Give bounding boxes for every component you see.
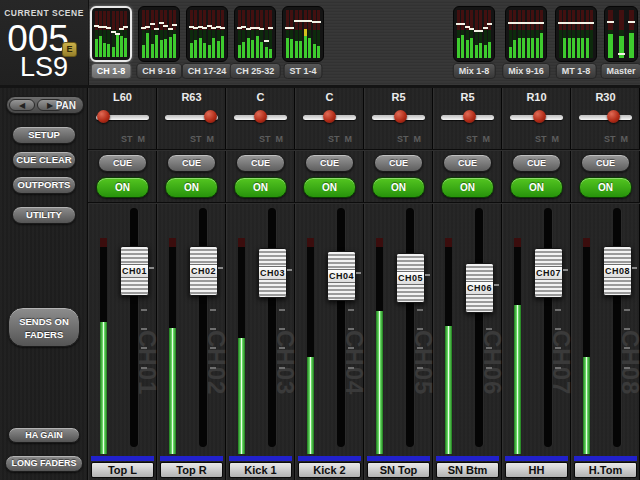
meter-block-label[interactable]: Mix 1-8 <box>453 63 496 79</box>
pan-knob[interactable] <box>254 110 267 123</box>
long-faders-button[interactable]: LONG FADERS <box>5 455 83 472</box>
fader-track[interactable] <box>337 208 345 447</box>
meter-block-ch-9-16[interactable] <box>138 6 180 62</box>
st-assign-label: ST <box>190 134 202 144</box>
fader-track[interactable] <box>199 208 207 447</box>
channel-id-watermark: CH03 <box>275 330 295 450</box>
channel-name[interactable]: Top L <box>91 462 154 478</box>
pan-slider[interactable] <box>234 115 287 120</box>
fader-track[interactable] <box>613 208 621 447</box>
channel-name[interactable]: Top R <box>160 462 223 478</box>
mono-assign-label: M <box>207 134 215 144</box>
meter-block-label[interactable]: CH 9-16 <box>136 63 182 79</box>
pan-knob[interactable] <box>607 110 620 123</box>
meter-block-st-1-4[interactable] <box>282 6 324 62</box>
meter-block-ch-25-32[interactable] <box>234 6 276 62</box>
channel-strip-ch05: R5 STM CUE ON CH05 CH05 SN Top <box>364 88 433 480</box>
meter-block-mix-1-8[interactable] <box>453 6 495 62</box>
pan-slider[interactable] <box>510 115 563 120</box>
mini-meter-bar <box>608 10 613 58</box>
on-button[interactable]: ON <box>510 177 563 198</box>
cue-button[interactable]: CUE <box>581 154 630 172</box>
channel-color-bar <box>436 456 499 461</box>
ha-gain-button[interactable]: HA GAIN <box>8 427 80 443</box>
pan-knob[interactable] <box>394 110 407 123</box>
meter-block-label[interactable]: Master <box>600 63 640 79</box>
fader-track[interactable] <box>406 208 414 447</box>
channel-name[interactable]: Kick 2 <box>298 462 361 478</box>
fader-cap[interactable]: CH02 <box>189 246 218 296</box>
nav-left-arrow-icon[interactable]: ◀ <box>9 99 35 111</box>
cue-button[interactable]: CUE <box>512 154 561 172</box>
pan-knob[interactable] <box>463 110 476 123</box>
setup-button[interactable]: SETUP <box>12 126 76 144</box>
scene-panel[interactable]: CURRENT SCENE 005 E LS9 <box>0 0 89 85</box>
on-button[interactable]: ON <box>96 177 149 198</box>
meter-block-label[interactable]: CH 25-32 <box>230 63 281 79</box>
fader-cap[interactable]: CH03 <box>258 248 287 298</box>
on-button[interactable]: ON <box>303 177 356 198</box>
channel-name[interactable]: SN Top <box>367 462 430 478</box>
outports-button[interactable]: OUTPORTS <box>12 176 76 194</box>
pan-slider[interactable] <box>579 115 632 120</box>
fader-track[interactable] <box>475 208 483 447</box>
pan-knob[interactable] <box>97 110 110 123</box>
channel-name[interactable]: H.Tom <box>574 462 637 478</box>
meter-block-mix-9-16[interactable] <box>505 6 547 62</box>
pan-slider[interactable] <box>165 115 218 120</box>
st-assign-label: ST <box>397 134 409 144</box>
fader-cap[interactable]: CH08 <box>603 246 632 296</box>
mini-meter-bar <box>238 10 241 58</box>
on-button[interactable]: ON <box>165 177 218 198</box>
mono-assign-label: M <box>414 134 422 144</box>
cue-button[interactable]: CUE <box>236 154 285 172</box>
fader-track[interactable] <box>268 208 276 447</box>
mono-assign-label: M <box>483 134 491 144</box>
meter-block-label[interactable]: CH 1-8 <box>91 63 132 79</box>
meter-block-ch-1-8[interactable] <box>90 6 132 62</box>
fader-track[interactable] <box>130 208 138 447</box>
meter-block-label[interactable]: ST 1-4 <box>283 63 322 79</box>
fader-cap[interactable]: CH04 <box>327 251 356 301</box>
fader-scale-tick <box>348 367 354 369</box>
cue-button[interactable]: CUE <box>98 154 147 172</box>
cue-button[interactable]: CUE <box>167 154 216 172</box>
on-button[interactable]: ON <box>441 177 494 198</box>
cue-button[interactable]: CUE <box>443 154 492 172</box>
mini-meter-bar <box>173 10 176 58</box>
pan-slider[interactable] <box>441 115 494 120</box>
fader-cap[interactable]: CH07 <box>534 248 563 298</box>
on-button[interactable]: ON <box>579 177 632 198</box>
fader-cap[interactable]: CH06 <box>465 263 494 313</box>
channel-name[interactable]: Kick 1 <box>229 462 292 478</box>
utility-button[interactable]: UTILITY <box>12 206 76 224</box>
fader-cap[interactable]: CH01 <box>120 246 149 296</box>
sends-on-faders-button[interactable]: SENDS ON FADERS <box>8 307 80 347</box>
pan-slider[interactable] <box>303 115 356 120</box>
mini-meter-bar <box>169 10 172 58</box>
cue-clear-button[interactable]: CUE CLEAR <box>12 151 76 169</box>
divider <box>433 149 502 150</box>
meter-block-mt-1-8[interactable] <box>555 6 597 62</box>
channel-name[interactable]: HH <box>505 462 568 478</box>
channel-name[interactable]: SN Btm <box>436 462 499 478</box>
on-button[interactable]: ON <box>234 177 287 198</box>
on-button[interactable]: ON <box>372 177 425 198</box>
pan-knob[interactable] <box>533 110 546 123</box>
pan-slider[interactable] <box>372 115 425 120</box>
fader-track[interactable] <box>544 208 552 447</box>
cue-button[interactable]: CUE <box>305 154 354 172</box>
meter-block-label[interactable]: Mix 9-16 <box>502 63 550 79</box>
mini-meter-bar <box>120 11 123 57</box>
meter-block-label[interactable]: CH 17-24 <box>182 63 233 79</box>
pan-slider[interactable] <box>96 115 149 120</box>
meter-block-master[interactable] <box>604 6 638 62</box>
meter-block-label[interactable]: MT 1-8 <box>556 63 597 79</box>
meter-block-ch-17-24[interactable] <box>186 6 228 62</box>
cue-button[interactable]: CUE <box>374 154 423 172</box>
mini-meter-bar <box>479 10 482 58</box>
fader-cap[interactable]: CH05 <box>396 253 425 303</box>
pan-knob[interactable] <box>204 110 217 123</box>
fader-position-tick <box>563 269 568 271</box>
pan-knob[interactable] <box>323 110 336 123</box>
